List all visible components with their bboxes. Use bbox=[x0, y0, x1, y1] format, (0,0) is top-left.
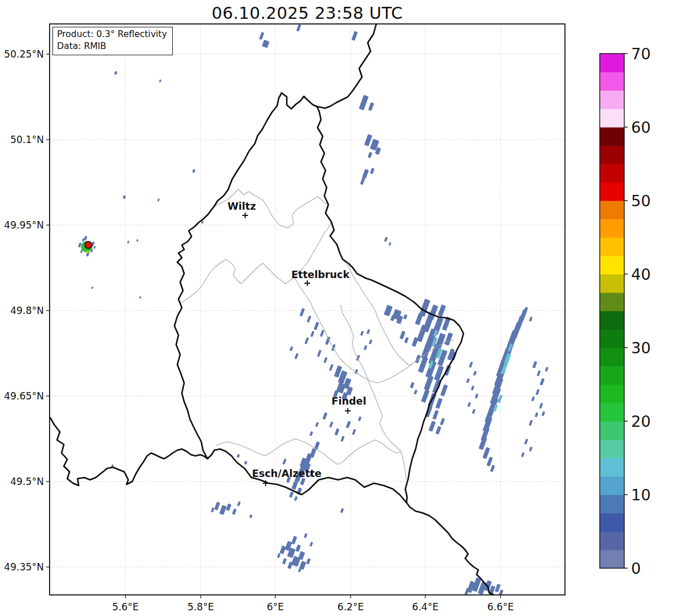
plot-frame bbox=[50, 24, 565, 595]
echo-cell bbox=[315, 422, 319, 427]
echo-cell bbox=[295, 544, 301, 552]
figure-title: 06.10.2025 23:58 UTC bbox=[50, 3, 565, 23]
colorbar-band bbox=[600, 348, 624, 366]
colorbar-band bbox=[600, 91, 624, 109]
lat-tick-label: 50.1°N bbox=[10, 134, 44, 145]
echo-cell bbox=[359, 95, 368, 111]
colorbar-band bbox=[600, 329, 624, 348]
city-label: Ettelbruck bbox=[291, 269, 350, 280]
echo-cell bbox=[403, 314, 407, 319]
echo-cell bbox=[490, 465, 495, 472]
echo-cell bbox=[296, 25, 302, 32]
colorbar-band bbox=[600, 54, 624, 72]
echo-cell bbox=[84, 236, 87, 241]
echo-cell bbox=[329, 422, 333, 428]
radar-map-canvas: WiltzEttelbruckFindelEsch/Alzette50.25°N… bbox=[0, 0, 675, 616]
echo-cell bbox=[320, 330, 324, 337]
colorbar-tick-label: 10 bbox=[631, 486, 650, 504]
lat-tick-label: 49.5°N bbox=[10, 476, 44, 487]
lon-tick-label: 5.8°E bbox=[188, 601, 214, 613]
echo-cell bbox=[289, 491, 294, 497]
echo-cell bbox=[291, 536, 297, 544]
colorbar-tick-label: 40 bbox=[631, 266, 650, 283]
echo-cell bbox=[306, 558, 311, 564]
echo-cell bbox=[472, 409, 475, 414]
echo-cell bbox=[529, 447, 532, 452]
echo-cell bbox=[136, 239, 139, 242]
echo-cell bbox=[340, 508, 344, 513]
echo-cell bbox=[535, 413, 538, 418]
echo-cell bbox=[421, 341, 432, 360]
echo-cell bbox=[277, 553, 280, 558]
echo-cell bbox=[540, 378, 545, 386]
echo-cell bbox=[535, 389, 539, 395]
echo-cell bbox=[478, 436, 487, 450]
colorbar-tick-label: 50 bbox=[631, 192, 650, 210]
data-source-label: Data: RMIB bbox=[57, 40, 167, 52]
echo-cell bbox=[400, 331, 405, 339]
echo-cell bbox=[495, 584, 501, 592]
city-marker bbox=[242, 213, 248, 218]
lon-tick-label: 6.4°E bbox=[412, 601, 438, 613]
echo-cell bbox=[415, 313, 423, 325]
echo-cell bbox=[486, 456, 493, 466]
echo-cell bbox=[545, 367, 548, 372]
city-label: Findel bbox=[332, 395, 367, 407]
echo-cell bbox=[237, 454, 240, 458]
echo-cell bbox=[262, 40, 270, 48]
echo-cell bbox=[323, 357, 327, 364]
lon-tick-label: 6.6°E bbox=[487, 601, 514, 613]
echo-cell bbox=[219, 505, 227, 515]
echo-cell bbox=[436, 426, 441, 434]
echo-cell bbox=[370, 168, 375, 174]
echo-cell bbox=[211, 508, 214, 513]
echo-cell bbox=[304, 533, 307, 539]
colorbar-band bbox=[600, 145, 624, 164]
colorbar-band bbox=[600, 256, 624, 275]
echo-cell bbox=[432, 410, 438, 419]
lat-tick-label: 49.65°N bbox=[4, 390, 44, 402]
echo-cell bbox=[323, 413, 328, 420]
echo-cell bbox=[358, 417, 361, 422]
echo-cell bbox=[123, 195, 126, 199]
echo-cell bbox=[259, 32, 264, 40]
colorbar-band bbox=[600, 385, 624, 403]
echo-cell bbox=[410, 382, 414, 388]
echo-cell bbox=[469, 362, 473, 368]
echo-cell bbox=[346, 421, 351, 429]
colorbar-band bbox=[600, 439, 624, 458]
echo-cell bbox=[294, 353, 298, 360]
echo-cell bbox=[429, 421, 436, 431]
echo-cell bbox=[444, 332, 453, 345]
echo-cell bbox=[364, 134, 372, 146]
colorbar-band bbox=[600, 513, 624, 532]
lat-tick-label: 49.35°N bbox=[4, 561, 44, 573]
lat-tick-label: 49.8°N bbox=[10, 305, 44, 316]
colorbar-tick-label: 70 bbox=[631, 45, 650, 63]
radar-site-core bbox=[85, 242, 92, 248]
echo-cell bbox=[440, 418, 445, 426]
echo-cell bbox=[532, 361, 538, 369]
city-marker bbox=[345, 408, 351, 414]
colorbar-band bbox=[600, 201, 624, 219]
echo-cell bbox=[244, 460, 247, 464]
echo-cell bbox=[226, 503, 231, 511]
echo-cell bbox=[360, 331, 364, 336]
echo-cell bbox=[542, 411, 545, 417]
echo-cell bbox=[291, 481, 298, 490]
echo-cell bbox=[237, 501, 241, 507]
echo-cell bbox=[127, 240, 130, 244]
canton-border-line bbox=[181, 259, 294, 303]
colorbar-tick-label: 0 bbox=[631, 560, 641, 577]
colorbar-band bbox=[600, 182, 624, 201]
echo-cell bbox=[521, 452, 524, 458]
echo-cell bbox=[482, 447, 490, 459]
echo-cell bbox=[298, 568, 302, 573]
echo-cell bbox=[368, 152, 372, 158]
colorbar-band bbox=[600, 495, 624, 513]
echo-cell bbox=[368, 102, 374, 111]
lat-tick-label: 50.25°N bbox=[4, 48, 44, 60]
echo-cell bbox=[417, 324, 428, 342]
colorbar-band bbox=[600, 238, 624, 256]
lat-tick-label: 49.95°N bbox=[4, 219, 44, 231]
